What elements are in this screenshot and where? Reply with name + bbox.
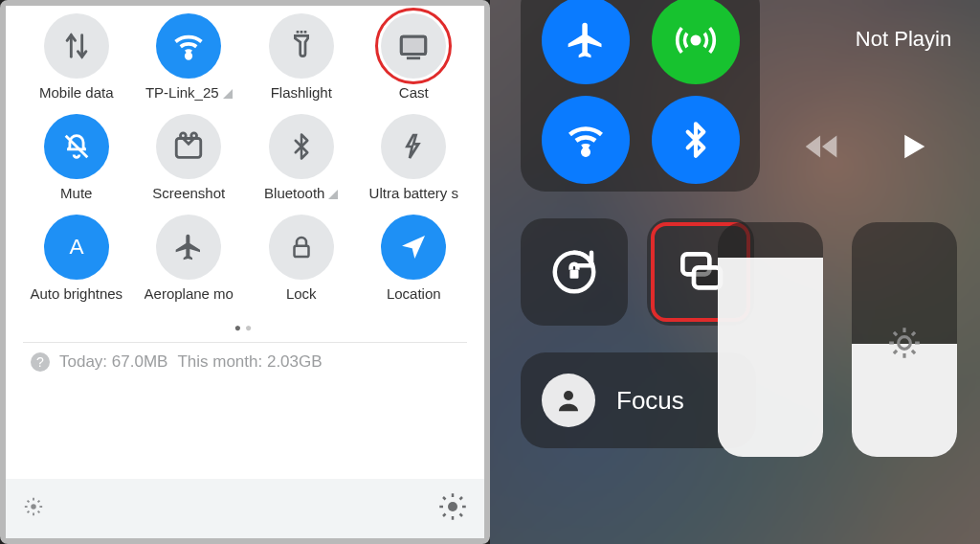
qs-tile-bluetooth[interactable]: Bluetooth [248,114,355,201]
rewind-button[interactable] [800,125,844,172]
lock-icon [269,215,334,280]
location-icon [381,215,446,280]
qs-tile-flashlight[interactable]: Flashlight [248,13,355,101]
wifi-icon [156,13,221,79]
svg-point-38 [899,337,911,350]
qs-tile-airplane[interactable]: Aeroplane mo [136,215,243,302]
bluetooth-toggle[interactable] [652,96,740,184]
qs-tile-battery[interactable]: Ultra battery s [361,114,468,201]
qs-tile-mute[interactable]: Mute [23,114,130,201]
svg-rect-12 [294,246,308,257]
svg-point-10 [191,133,197,139]
svg-line-43 [894,332,897,335]
battery-icon [381,114,446,179]
page-indicator: ●● [23,321,467,334]
ios-control-center: Not Playin Focus [490,0,980,544]
svg-line-28 [460,514,463,517]
sun-icon [852,325,957,361]
brightness-high-icon [438,492,467,525]
data-usage-row[interactable]: ? Today: 67.0MB This month: 2.03GB [23,342,467,391]
cast-icon [381,13,446,79]
brightness-slider[interactable] [6,479,484,538]
svg-line-29 [443,514,446,517]
android-panel-body: Mobile dataTP-Link_25FlashlightCastMuteS… [6,6,484,479]
person-icon [542,374,595,427]
wifi-toggle[interactable] [542,96,630,184]
svg-line-19 [38,511,40,513]
svg-line-46 [912,332,915,335]
signal-icon [223,89,233,99]
svg-line-21 [38,501,40,503]
svg-point-37 [564,391,573,400]
screenshot-icon [156,114,221,179]
airplane-icon [156,215,221,280]
signal-icon [328,190,338,199]
autoA-icon: A [44,215,109,280]
svg-line-45 [894,351,897,353]
svg-rect-4 [402,36,427,54]
qs-tile-wifi[interactable]: TP-Link_25 [136,13,243,101]
qs-tile-label: TP-Link_25 [145,84,233,101]
svg-line-20 [28,511,30,513]
brightness-low-icon [23,496,44,521]
svg-rect-36 [694,267,721,287]
qs-tile-lock[interactable]: Lock [248,215,355,302]
usage-month: This month: 2.03GB [177,352,322,372]
svg-line-44 [912,351,915,353]
svg-line-27 [443,497,446,500]
cellular-data-toggle[interactable] [652,0,740,84]
svg-line-18 [28,501,30,503]
svg-point-32 [583,149,589,155]
qs-tile-location[interactable]: Location [361,215,468,302]
svg-text:A: A [69,234,84,259]
quick-settings-grid: Mobile dataTP-Link_25FlashlightCastMuteS… [23,13,467,302]
svg-point-0 [187,54,191,58]
help-icon: ? [31,352,50,372]
focus-label: Focus [616,386,684,416]
svg-rect-8 [177,139,202,158]
qs-tile-autoA[interactable]: AAuto brightnes [23,215,130,302]
qs-tile-cast[interactable]: Cast [361,13,468,101]
qs-tile-label: Screenshot [152,185,225,201]
qs-tile-label: Cast [399,84,429,101]
play-button[interactable] [893,126,933,170]
mute-icon [44,114,109,179]
qs-tile-label: Ultra battery s [369,185,458,201]
qs-tile-label: Flashlight [271,84,332,101]
flashlight-icon [269,13,334,79]
svg-point-13 [31,504,36,510]
svg-rect-34 [570,270,579,279]
qs-tile-label: Location [387,285,441,302]
qs-tile-label: Mute [60,185,92,201]
rotation-lock-toggle[interactable] [521,218,628,326]
qs-tile-label: Mobile data [39,84,114,101]
data-icon [44,13,109,79]
qs-tile-label: Aeroplane mo [145,285,234,302]
media-controls [775,115,957,182]
qs-tile-data[interactable]: Mobile data [23,13,130,101]
android-quick-settings: Mobile dataTP-Link_25FlashlightCastMuteS… [0,0,490,544]
connectivity-module [521,0,760,192]
brightness-slider-ios[interactable] [852,222,957,457]
now-playing-label: Not Playin [827,27,980,52]
qs-tile-label: Bluetooth [264,185,338,201]
svg-point-9 [181,133,187,139]
airplane-mode-toggle[interactable] [542,0,630,84]
usage-today: Today: 67.0MB [59,352,167,372]
bluetooth-icon [269,114,334,179]
svg-line-30 [460,497,463,500]
volume-slider[interactable] [718,222,823,457]
svg-point-31 [692,36,699,43]
svg-point-22 [448,502,457,511]
qs-tile-screenshot[interactable]: Screenshot [136,114,243,201]
qs-tile-label: Auto brightnes [30,285,122,302]
qs-tile-label: Lock [286,285,317,302]
